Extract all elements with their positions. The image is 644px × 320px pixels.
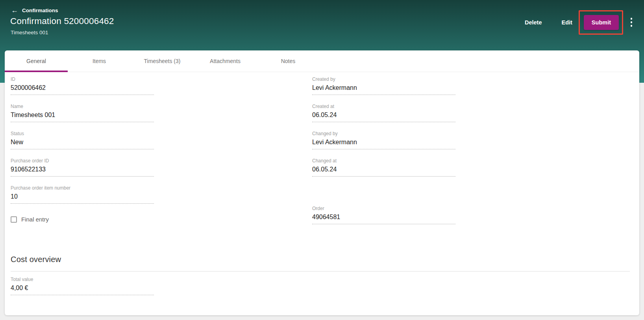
field-order: Order 49064581 [312,206,455,224]
back-arrow-icon[interactable]: ← [11,7,18,13]
kebab-dot [631,21,633,23]
header-actions: Delete Edit Submit [525,10,636,35]
field-value: 06.05.24 [312,166,455,173]
delete-button[interactable]: Delete [525,19,542,26]
field-label: Created by [312,76,455,82]
field-total-value: Total value 4,00 € [11,277,154,295]
field-label: Purchase order ID [11,158,154,164]
tab-notes[interactable]: Notes [257,50,320,72]
tab-attachments[interactable]: Attachments [194,50,257,72]
submit-button[interactable]: Submit [584,15,619,30]
field-label: Name [11,104,154,109]
tab-general[interactable]: General [5,50,68,72]
field-created-by: Created by Levi Ackermann [312,76,455,95]
form-column-left: ID 5200006462 Name Timesheets 001 Status… [11,76,154,223]
cost-overview-heading: Cost overview [11,255,61,264]
detail-card: General Items Timesheets (3) Attachments… [5,50,639,315]
tab-bar: General Items Timesheets (3) Attachments… [5,50,639,72]
field-label: Total value [11,277,154,282]
field-label: Created at [312,104,455,109]
field-purchase-order-item-number: Purchase order item number 10 [11,185,154,204]
field-label: Changed at [312,158,455,164]
field-status: Status New [11,131,154,149]
field-value: 9106522133 [11,166,154,173]
field-id: ID 5200006462 [11,76,154,95]
field-value: 06.05.24 [312,111,455,119]
final-entry-checkbox-row[interactable]: Final entry [11,216,154,223]
page-subtitle: Timesheets 001 [11,30,48,35]
field-purchase-order-id: Purchase order ID 9106522133 [11,158,154,177]
field-value: 5200006462 [11,84,154,91]
field-value: Levi Ackermann [312,138,455,146]
field-label: Purchase order item number [11,185,154,191]
field-value: New [11,138,154,146]
checkbox-label: Final entry [21,216,49,223]
breadcrumb-label[interactable]: Confirmations [22,7,58,13]
breadcrumb[interactable]: ← Confirmations [11,7,58,13]
tab-timesheets[interactable]: Timesheets (3) [131,50,194,72]
field-label: Changed by [312,131,455,136]
field-value: 10 [11,193,154,200]
submit-button-highlight: Submit [579,10,623,35]
kebab-dot [631,25,633,27]
field-value: Timesheets 001 [11,111,154,119]
checkbox-unchecked-icon[interactable] [11,216,17,223]
field-label: ID [11,76,154,82]
field-value: 4,00 € [11,284,154,292]
field-name: Name Timesheets 001 [11,104,154,122]
form-column-right: Created by Levi Ackermann Created at 06.… [312,76,455,233]
kebab-dot [631,18,633,20]
field-changed-by: Changed by Levi Ackermann [312,131,455,149]
field-label: Status [11,131,154,136]
page-title: Confirmation 5200006462 [10,16,114,26]
field-value: Levi Ackermann [312,84,455,91]
field-created-at: Created at 06.05.24 [312,104,455,122]
tab-items[interactable]: Items [68,50,131,72]
kebab-menu-icon[interactable] [627,17,636,28]
field-label: Order [312,206,455,211]
field-value: 49064581 [312,213,455,221]
section-divider [11,271,630,272]
edit-button[interactable]: Edit [561,19,572,26]
field-changed-at: Changed at 06.05.24 [312,158,455,177]
